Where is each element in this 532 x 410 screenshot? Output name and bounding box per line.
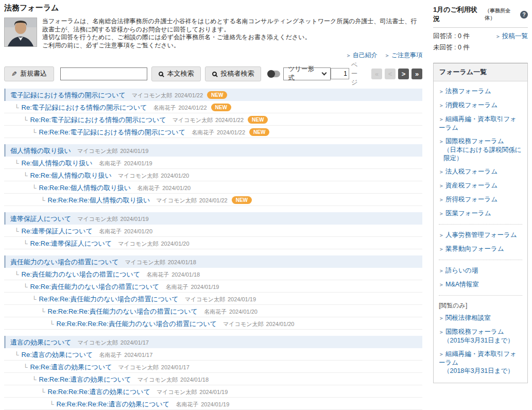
thread-title-link[interactable]: Re:Re:責任能力のない場合の措置について	[30, 283, 160, 291]
chevron-right-icon: ＞	[439, 197, 444, 202]
thread-date: 2024/01/18	[171, 271, 200, 278]
thread-title-link[interactable]: 責任能力のない場合の措置について	[10, 258, 118, 266]
thread-author: 名南花子	[165, 284, 188, 290]
branch-icon: └	[14, 351, 19, 358]
unanswered-row: 未回答 : 0 件	[433, 43, 470, 52]
branch-icon: └	[14, 228, 19, 235]
pagination-buttons: «<>»	[369, 69, 422, 79]
thread-title-link[interactable]: Re:遺言の効果について	[22, 351, 93, 358]
forum-page: 法務フォーラム 当フォーラムは、名南総合法律事務所の弁護士小谷祥をはじめとする名…	[0, 0, 532, 410]
search-input[interactable]	[60, 67, 148, 80]
branch-icon: └	[41, 308, 45, 315]
thread-title-link[interactable]: Re:連帯保証人について	[22, 227, 93, 235]
view-toggle-icon[interactable]	[267, 71, 280, 77]
thread-meta: マイコモン太郎2024/01/22	[156, 197, 227, 203]
thread-root-row: 電子記録における情報の開示についてマイコモン太郎2024/01/22NEW	[4, 89, 422, 101]
thread-date: 2024/01/19	[124, 160, 152, 166]
thread-title-link[interactable]: 個人情報の取り扱い	[10, 147, 71, 155]
header-link[interactable]: ＞ご注意事項	[385, 52, 422, 59]
thread-author: 名南花子	[99, 352, 122, 358]
header-link[interactable]: ＞自己紹介	[346, 52, 377, 59]
forum-link[interactable]: ＞資産税フォーラム	[439, 179, 522, 193]
forum-link[interactable]: ＞国際税務フォーラム（日本における課税関係に限定）	[439, 134, 522, 165]
branch-icon: └	[41, 197, 45, 204]
forum-link-subtext: （2015年3月31日まで）	[439, 336, 522, 345]
view-mode-value: ツリー形式	[288, 65, 317, 82]
branch-icon: └	[32, 296, 37, 303]
post-list-link[interactable]: ＞投稿一覧	[495, 32, 528, 55]
forum-link[interactable]: ＞M&A情報室	[439, 278, 522, 292]
thread-reply-row: └Re:Re:Re:Re:責任能力のない場合の措置について名南花子2024/01…	[4, 305, 422, 317]
thread-meta: 名南花子2024/01/22	[192, 129, 245, 135]
thread-title-link[interactable]: Re:Re:Re:遺言の効果について	[39, 375, 131, 383]
thread-date: 2024/01/20	[161, 173, 189, 179]
forum-link[interactable]: ＞業界動向フォーラム	[439, 242, 522, 256]
thread-author: 名南花子	[146, 271, 169, 278]
next-page-button[interactable]: >	[398, 69, 409, 79]
forum-link[interactable]: ＞組織再編・資本取引フォーラム	[439, 112, 522, 134]
body-search-button[interactable]: 本文検索	[151, 66, 201, 81]
thread-author: マイコモン太郎	[223, 321, 263, 327]
thread-reply-row: └Re:Re:遺言の効果についてマイコモン太郎2024/01/17	[4, 361, 422, 373]
thread-title-link[interactable]: Re:電子記録における情報の開示について	[22, 104, 147, 111]
thread-title-link[interactable]: Re:Re:Re:Re:責任能力のない場合の措置について	[48, 308, 198, 315]
forum-link-subtext: （2018年3月31日まで）	[439, 367, 522, 375]
thread-date: 2024/01/17	[161, 364, 190, 370]
forum-link[interactable]: ＞国際税務フォーラム（2015年3月31日まで）	[439, 325, 522, 347]
intro-line: 当フォーラムは、名南総合法律事務所の弁護士小谷祥をはじめとする名南コンサルティン…	[42, 18, 422, 33]
thread-title-link[interactable]: Re:責任能力のない場合の措置について	[22, 270, 141, 278]
thread-meta: マイコモン太郎2024/01/20	[118, 173, 189, 179]
usage-header: 1月のご利用状況 （事務所全体） ?	[433, 5, 528, 24]
forum-link[interactable]: ＞法人税フォーラム	[439, 165, 522, 179]
search-icon	[212, 72, 217, 76]
thread-title-link[interactable]: Re:Re:Re:Re:Re:遺言の効果について	[57, 400, 170, 408]
forum-section-heading: [閲覧のみ]	[439, 299, 522, 311]
thread-title-link[interactable]: Re:個人情報の取り扱い	[22, 159, 93, 167]
forum-link[interactable]: ＞組織再編・資本取引フォーラム（2018年3月31日まで）	[439, 347, 522, 378]
pencil-icon: ✎	[11, 70, 17, 78]
forum-link[interactable]: ＞法務フォーラム	[439, 84, 522, 98]
forum-link[interactable]: ＞所得税フォーラム	[439, 193, 522, 207]
branch-icon: └	[23, 364, 28, 371]
thread-reply-row: └Re:Re:Re:個人情報の取り扱い名南花子2024/01/20	[4, 181, 422, 194]
thread-title-link[interactable]: Re:Re:Re:Re:個人情報の取り扱い	[48, 196, 150, 204]
new-post-button[interactable]: ✎ 新規書込	[4, 66, 54, 81]
poster-search-button[interactable]: 投稿者検索	[205, 66, 261, 81]
view-mode-select[interactable]: ツリー形式	[283, 67, 330, 80]
forum-link[interactable]: ＞語らいの場	[439, 264, 522, 278]
thread-meta: マイコモン太郎2024/01/19	[77, 216, 148, 222]
thread-title-link[interactable]: 遺言の効果について	[10, 338, 72, 346]
thread-title-link[interactable]: Re:Re:Re:Re:遺言の効果について	[48, 388, 150, 396]
forum-link[interactable]: ＞人事労務管理フォーラム	[439, 228, 522, 242]
thread-title-link[interactable]: Re:Re:電子記録における情報の開示について	[30, 116, 166, 124]
thread-title-link[interactable]: 連帯保証人について	[10, 215, 71, 223]
forum-link[interactable]: ＞医業フォーラム	[439, 207, 522, 220]
thread-meta: マイコモン太郎2024/01/18	[138, 377, 209, 383]
unanswered-label: 未回答 :	[433, 44, 456, 51]
branch-icon: └	[14, 271, 19, 278]
thread-title-link[interactable]: Re:Re:個人情報の取り扱い	[30, 172, 112, 179]
thread-title-link[interactable]: Re:Re:Re:個人情報の取り扱い	[39, 184, 131, 192]
forum-link[interactable]: ＞消費税フォーラム	[439, 98, 522, 112]
thread-author: 名南花子	[204, 309, 227, 315]
thread-title-link[interactable]: Re:Re:遺言の効果について	[30, 363, 112, 371]
forum-link[interactable]: ＞関根法律相談室	[439, 311, 522, 325]
thread-author: 名南花子	[99, 160, 122, 166]
thread-author: マイコモン太郎	[77, 148, 117, 154]
thread-reply-row: └Re:Re:Re:電子記録における情報の開示について名南花子2024/01/2…	[4, 126, 422, 138]
thread-root-row: 連帯保証人についてマイコモン太郎2024/01/19	[4, 212, 422, 225]
thread-author: マイコモン太郎	[173, 117, 213, 123]
new-post-label: 新規書込	[20, 69, 47, 78]
thread-title-link[interactable]: Re:Re:Re:電子記録における情報の開示について	[39, 128, 185, 136]
chevron-right-icon: ＞	[439, 169, 444, 175]
thread-title-link[interactable]: Re:Re:Re:責任能力のない場合の措置について	[39, 295, 179, 303]
thread-list: 電子記録における情報の開示についてマイコモン太郎2024/01/22NEW└Re…	[4, 89, 422, 410]
thread-meta: マイコモン太郎2024/01/22	[132, 92, 203, 98]
help-icon[interactable]: ?	[520, 11, 528, 19]
page-number-input[interactable]	[331, 68, 349, 79]
last-page-button[interactable]: »	[411, 69, 422, 79]
chevron-right-icon: ＞	[385, 53, 390, 58]
thread-title-link[interactable]: Re:Re:連帯保証人について	[30, 240, 112, 247]
thread-title-link[interactable]: Re:Re:Re:Re:Re:責任能力のない場合の措置について	[57, 320, 217, 328]
thread-title-link[interactable]: 電子記録における情報の開示について	[10, 91, 126, 99]
